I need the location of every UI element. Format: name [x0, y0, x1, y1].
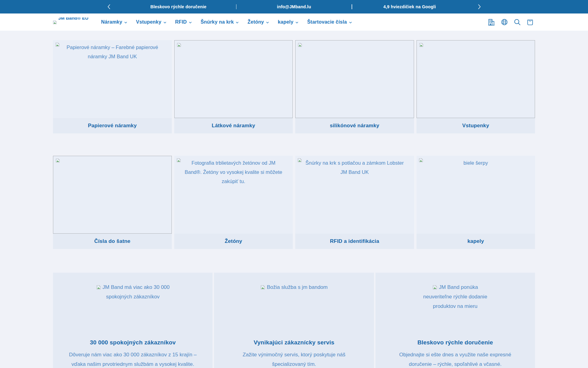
nav-item-startovacie-cisla[interactable]: Štartovacie čísla: [307, 19, 352, 25]
category-card-papierove-naramky[interactable]: Papierové náramky – Farebné papierové ná…: [53, 40, 172, 133]
broken-image-icon: [297, 158, 302, 163]
company-account-button[interactable]: [486, 17, 497, 28]
nav-item-label: Náramky: [101, 19, 122, 25]
image-alt-text: Papierové náramky – Farebné papierové ná…: [62, 40, 163, 61]
logo[interactable]: JM Band® EU: [53, 17, 90, 27]
category-image-placeholder: Šnúrky na krk s potlačou a zámkom Lobste…: [295, 156, 414, 234]
carousel-prev-button[interactable]: [107, 4, 111, 10]
category-image-placeholder: Fotografia trblietavých žetónov od JM Ba…: [174, 156, 293, 234]
category-image-placeholder: [174, 40, 293, 118]
feature-title: 30 000 spokojných zákazníkov: [65, 339, 200, 346]
broken-image-icon: [176, 158, 181, 163]
image-alt-text: biele šerpy: [425, 156, 526, 167]
category-title: Žetóny: [174, 234, 293, 249]
announcement-email-link[interactable]: info@JMband.lu: [236, 4, 352, 9]
announcement-text-delivery: Bleskovo rýchle doručenie: [121, 4, 236, 9]
image-alt-text: JM Band má viac ako 30 000 spokojných zá…: [103, 284, 170, 300]
category-title: Vstupenky: [417, 118, 535, 133]
category-title: RFID a identifikácia: [295, 234, 414, 249]
broken-image-icon: [96, 285, 101, 290]
nav-item-label: kapely: [278, 19, 293, 25]
building-icon: [487, 18, 496, 26]
category-grid: Papierové náramky – Farebné papierové ná…: [53, 40, 535, 249]
chevron-down-icon: [295, 21, 299, 25]
feature-text: Objednajte si ešte dnes a využite naše e…: [388, 350, 523, 368]
chevron-down-icon: [349, 21, 352, 25]
broken-image-icon: [53, 20, 57, 25]
category-title: Látkové náramky: [174, 118, 293, 133]
broken-image-icon: [260, 285, 265, 290]
feature-title: Bleskovo rýchle doručenie: [388, 339, 523, 346]
announcement-bar: Bleskovo rýchle doručenie | info@JMband.…: [0, 0, 588, 13]
feature-text: Zažite výnimočný servis, ktorý poskytuje…: [226, 350, 361, 368]
feature-card-customers: JM Band má viac ako 30 000 spokojných zá…: [53, 273, 213, 368]
globe-icon: [500, 18, 508, 26]
broken-image-icon: [419, 43, 424, 47]
category-card-zetony[interactable]: Fotografia trblietavých žetónov od JM Ba…: [174, 156, 293, 249]
feature-image-placeholder: JM Band má viac ako 30 000 spokojných zá…: [65, 282, 200, 332]
chevron-right-icon: [478, 4, 481, 10]
broken-image-icon: [177, 43, 181, 47]
cart-button[interactable]: [525, 17, 535, 27]
category-image-placeholder: [53, 156, 172, 234]
nav-item-label: Žetóny: [247, 19, 264, 25]
broken-image-icon: [55, 158, 60, 163]
category-title: kapely: [417, 234, 535, 249]
chevron-left-icon: [107, 4, 111, 10]
logo-alt-text: JM Band® EU: [58, 17, 89, 21]
main-nav: Náramky Vstupenky RFID Šnúrky na krk Žet…: [101, 19, 352, 25]
chevron-down-icon: [266, 21, 270, 25]
search-button[interactable]: [512, 17, 522, 27]
nav-item-label: Vstupenky: [136, 19, 161, 25]
chevron-down-icon: [163, 21, 167, 25]
search-icon: [513, 18, 521, 26]
category-card-vstupenky[interactable]: Vstupenky: [417, 40, 535, 133]
category-card-kapely[interactable]: biele šerpy kapely: [417, 156, 535, 249]
broken-image-icon: [432, 285, 437, 290]
feature-image-placeholder: JM Band ponúka neuveriteľne rýchle dodan…: [388, 282, 523, 332]
features-section: JM Band má viac ako 30 000 spokojných zá…: [53, 273, 535, 368]
feature-text: Dôveruje nám viac ako 30 000 zákazníkov …: [65, 350, 200, 368]
header: JM Band® EU Náramky Vstupenky RFID Šnúrk…: [0, 13, 588, 31]
category-title: Papierové náramky: [53, 118, 172, 133]
broken-image-icon: [419, 158, 423, 163]
carousel-next-button[interactable]: [478, 4, 481, 10]
category-image-placeholder: Papierové náramky – Farebné papierové ná…: [53, 40, 172, 118]
nav-item-label: RFID: [175, 19, 187, 25]
category-title: Čísla do šatne: [53, 234, 172, 249]
feature-title: Vynikajúci zákaznícky servis: [226, 339, 361, 346]
nav-item-naramky[interactable]: Náramky: [101, 19, 128, 25]
feature-card-delivery: JM Band ponúka neuveriteľne rýchle dodan…: [375, 273, 535, 368]
category-card-rfid-a-identifikacia[interactable]: Šnúrky na krk s potlačou a zámkom Lobste…: [295, 156, 414, 249]
category-card-silikonove-naramky[interactable]: silikónové náramky: [295, 40, 414, 133]
feature-card-service: Božia služba s jm bandom Vynikajúci záka…: [214, 273, 374, 368]
nav-item-rfid[interactable]: RFID: [175, 19, 192, 25]
nav-item-label: Štartovacie čísla: [307, 19, 347, 25]
category-title: silikónové náramky: [295, 118, 414, 133]
chevron-down-icon: [188, 21, 192, 25]
image-alt-text: Fotografia trblietavých žetónov od JM Ba…: [182, 156, 285, 186]
language-selector-button[interactable]: [499, 17, 510, 27]
nav-item-zetony[interactable]: Žetóny: [247, 19, 270, 25]
main-content: Papierové náramky – Farebné papierové ná…: [53, 40, 535, 368]
image-alt-text: Božia služba s jm bandom: [267, 284, 327, 290]
broken-image-icon: [298, 43, 302, 47]
broken-image-icon: [55, 42, 60, 47]
category-image-placeholder: [295, 40, 414, 118]
nav-item-vstupenky[interactable]: Vstupenky: [136, 19, 167, 25]
feature-image-placeholder: Božia služba s jm bandom: [226, 282, 361, 332]
category-image-placeholder: [417, 40, 535, 118]
nav-item-label: Šnúrky na krk: [201, 19, 234, 25]
header-icons: [486, 17, 535, 28]
announcement-google-rating: 4,9 hviezdičiek na Googli: [352, 4, 467, 9]
image-alt-text: Šnúrky na krk s potlačou a zámkom Lobste…: [304, 156, 405, 177]
chevron-down-icon: [124, 21, 128, 25]
category-image-placeholder: biele šerpy: [417, 156, 535, 234]
chevron-down-icon: [235, 21, 239, 25]
category-card-cisla-do-satne[interactable]: Čísla do šatne: [53, 156, 172, 249]
cart-bag-icon: [526, 18, 534, 26]
nav-item-kapely[interactable]: kapely: [278, 19, 299, 25]
category-card-latkove-naramky[interactable]: Látkové náramky: [174, 40, 293, 133]
nav-item-snurky-na-krk[interactable]: Šnúrky na krk: [201, 19, 239, 25]
